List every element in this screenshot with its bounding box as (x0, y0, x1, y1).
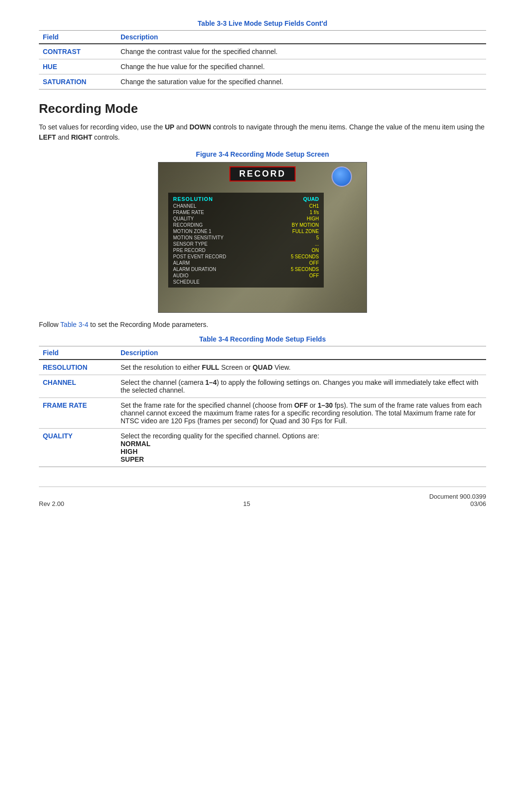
cam-blue-circle (332, 166, 352, 187)
table-row: FRAME RATE Set the frame rate for the sp… (39, 398, 486, 429)
field-framerate: FRAME RATE (43, 401, 87, 409)
field-quality: QUALITY (43, 432, 72, 440)
desc-hue: Change the hue value for the specified c… (117, 59, 486, 74)
desc-quality: Select the recording quality for the spe… (117, 429, 486, 467)
recording-mode-screenshot: RECORD RESOLUTION QUAD CHANNELCH1 FRAME … (158, 162, 367, 313)
footer-rev: Rev 2.00 (39, 500, 64, 507)
field-channel: CHANNEL (43, 379, 76, 386)
figure4-caption: Figure 3-4 Recording Mode Setup Screen (39, 150, 486, 158)
table3-caption: Table 3-3 Live Mode Setup Fields Cont'd (39, 19, 486, 27)
table3-header-description: Description (117, 31, 486, 44)
table-row: QUALITY Select the recording quality for… (39, 429, 486, 467)
desc-saturation: Change the saturation value for the spec… (117, 74, 486, 90)
desc-resolution: Set the resolution to either FULL Screen… (117, 360, 486, 375)
table4: Field Description RESOLUTION Set the res… (39, 346, 486, 467)
field-resolution: RESOLUTION (43, 363, 88, 371)
desc-framerate: Set the frame rate for the specified cha… (117, 398, 486, 429)
footer-doc: Document 900.0399 03/06 (429, 493, 486, 507)
field-hue: HUE (43, 63, 57, 71)
page-footer: Rev 2.00 15 Document 900.0399 03/06 (39, 487, 486, 516)
table4-header-description: Description (117, 346, 486, 360)
field-contrast: CONTRAST (43, 48, 81, 55)
table3: Field Description CONTRAST Change the co… (39, 30, 486, 90)
cam-menu-overlay: RESOLUTION QUAD CHANNELCH1 FRAME RATE1 f… (168, 193, 324, 288)
follow-paragraph: Follow Table 3-4 to set the Recording Mo… (39, 321, 486, 328)
table-row: CHANNEL Select the channel (camera 1–4) … (39, 375, 486, 398)
table-row: RESOLUTION Set the resolution to either … (39, 360, 486, 375)
footer-page-number: 15 (243, 500, 250, 507)
table4-caption: Table 3-4 Recording Mode Setup Fields (39, 335, 486, 343)
intro-paragraph: To set values for recording video, use t… (39, 122, 486, 143)
table-row: HUE Change the hue value for the specifi… (39, 59, 486, 74)
table-row: CONTRAST Change the contrast value for t… (39, 44, 486, 59)
table4-link[interactable]: Table 3-4 (60, 321, 88, 328)
desc-contrast: Change the contrast value for the specif… (117, 44, 486, 59)
section-heading: Recording Mode (39, 101, 486, 116)
table4-header-field: Field (39, 346, 117, 360)
table3-header-field: Field (39, 31, 117, 44)
table-row: SATURATION Change the saturation value f… (39, 74, 486, 90)
cam-title: RECORD (229, 166, 296, 181)
desc-channel: Select the channel (camera 1–4) to apply… (117, 375, 486, 398)
figure4-image-container: RECORD RESOLUTION QUAD CHANNELCH1 FRAME … (39, 162, 486, 313)
field-saturation: SATURATION (43, 78, 87, 86)
